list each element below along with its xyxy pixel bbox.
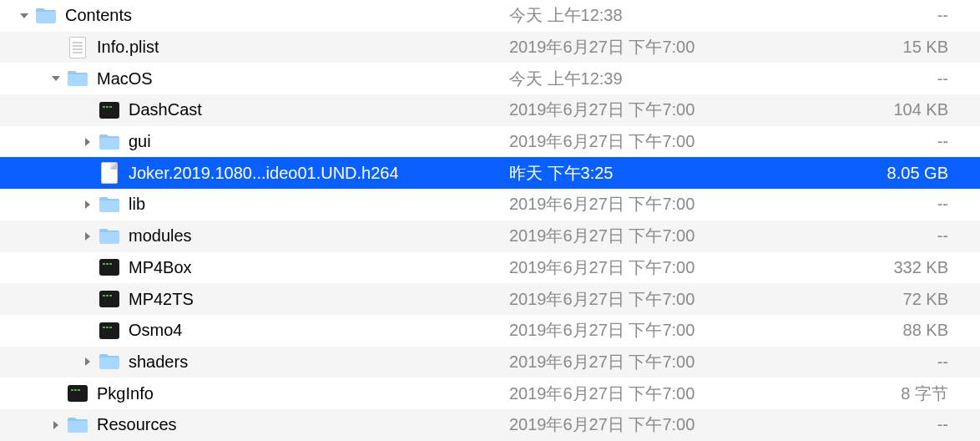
item-name: lib	[129, 195, 145, 214]
list-item[interactable]: Info.plist2019年6月27日 下午7:0015 KB	[0, 32, 980, 63]
executable-icon	[99, 256, 120, 278]
item-name: modules	[129, 226, 192, 246]
name-column: PkgInfo	[0, 383, 509, 404]
executable-icon	[99, 99, 120, 121]
chevron-right-icon[interactable]	[80, 354, 95, 369]
file-size: --	[760, 226, 980, 246]
folder-icon	[99, 351, 120, 373]
file-size: 15 KB	[760, 38, 980, 57]
item-name: Resources	[97, 415, 177, 434]
list-item[interactable]: MP4Box2019年6月27日 下午7:00332 KB	[0, 252, 980, 284]
item-name: DashCast	[129, 100, 202, 119]
name-column: lib	[0, 194, 509, 215]
date-modified: 2019年6月27日 下午7:00	[509, 225, 760, 247]
executable-icon	[67, 383, 88, 404]
name-column: Contents	[0, 5, 509, 27]
chevron-right-icon[interactable]	[80, 197, 95, 212]
file-size: --	[760, 69, 980, 89]
list-item[interactable]: lib2019年6月27日 下午7:00--	[0, 189, 980, 220]
file-size: 8 字节	[760, 383, 980, 405]
file-size: 8.05 GB	[760, 164, 980, 183]
list-item[interactable]: MP42TS2019年6月27日 下午7:0072 KB	[0, 283, 980, 315]
name-column: gui	[0, 131, 509, 153]
name-column: DashCast	[0, 99, 509, 121]
list-item[interactable]: gui2019年6月27日 下午7:00--	[0, 126, 980, 158]
chevron-down-icon[interactable]	[17, 8, 32, 23]
folder-icon	[67, 414, 88, 436]
chevron-right-icon[interactable]	[80, 229, 95, 244]
name-column: shaders	[0, 351, 509, 373]
date-modified: 今天 上午12:39	[509, 68, 760, 90]
list-item[interactable]: modules2019年6月27日 下午7:00--	[0, 220, 980, 252]
name-column: MP42TS	[0, 288, 509, 310]
executable-icon	[99, 320, 120, 342]
date-modified: 2019年6月27日 下午7:00	[509, 256, 760, 279]
plist-icon	[67, 37, 88, 58]
list-item[interactable]: PkgInfo2019年6月27日 下午7:008 字节	[0, 378, 980, 409]
item-name: gui	[129, 132, 151, 151]
date-modified: 2019年6月27日 下午7:00	[509, 383, 760, 405]
file-size: --	[760, 415, 980, 434]
name-column: Info.plist	[0, 37, 509, 58]
name-column: Joker.2019.1080...ideo01.UND.h264	[0, 162, 509, 184]
folder-icon	[99, 226, 120, 247]
list-item[interactable]: Contents今天 上午12:38--	[0, 0, 980, 32]
date-modified: 2019年6月27日 下午7:00	[509, 130, 760, 153]
list-item[interactable]: Osmo42019年6月27日 下午7:0088 KB	[0, 315, 980, 347]
name-column: MacOS	[0, 68, 509, 89]
list-item[interactable]: MacOS今天 上午12:39--	[0, 63, 980, 94]
item-name: MP4Box	[129, 258, 192, 277]
list-item[interactable]: shaders2019年6月27日 下午7:00--	[0, 347, 980, 378]
item-name: MP42TS	[129, 290, 194, 309]
date-modified: 2019年6月27日 下午7:00	[509, 413, 760, 436]
date-modified: 2019年6月27日 下午7:00	[509, 193, 760, 215]
item-name: Osmo4	[129, 321, 182, 340]
date-modified: 2019年6月27日 下午7:00	[509, 351, 760, 373]
date-modified: 2019年6月27日 下午7:00	[509, 36, 760, 58]
chevron-right-icon[interactable]	[80, 134, 95, 150]
name-column: Resources	[0, 414, 509, 436]
file-size: --	[760, 352, 980, 372]
file-size: 88 KB	[760, 321, 980, 340]
chevron-right-icon[interactable]	[48, 418, 63, 433]
chevron-down-icon[interactable]	[48, 71, 63, 86]
file-size: 332 KB	[760, 258, 980, 277]
folder-icon	[35, 5, 57, 27]
item-name: Info.plist	[97, 38, 159, 57]
file-icon	[99, 162, 120, 184]
item-name: PkgInfo	[97, 384, 154, 403]
file-size: --	[760, 132, 980, 151]
date-modified: 今天 上午12:38	[509, 4, 760, 27]
folder-icon	[99, 131, 120, 153]
list-item[interactable]: Joker.2019.1080...ideo01.UND.h264昨天 下午3:…	[0, 157, 980, 189]
folder-icon	[67, 68, 88, 89]
date-modified: 2019年6月27日 下午7:00	[509, 319, 760, 342]
file-size: 72 KB	[760, 290, 980, 309]
file-size: --	[760, 6, 980, 25]
file-size: 104 KB	[760, 100, 980, 119]
name-column: Osmo4	[0, 320, 509, 342]
item-name: Contents	[65, 6, 132, 25]
name-column: modules	[0, 226, 509, 247]
item-name: Joker.2019.1080...ideo01.UND.h264	[129, 164, 399, 183]
list-item[interactable]: Resources2019年6月27日 下午7:00--	[0, 409, 980, 441]
date-modified: 昨天 下午3:25	[509, 162, 760, 185]
file-size: --	[760, 195, 980, 214]
folder-icon	[99, 194, 120, 215]
date-modified: 2019年6月27日 下午7:00	[509, 99, 760, 121]
date-modified: 2019年6月27日 下午7:00	[509, 288, 760, 311]
list-item[interactable]: DashCast2019年6月27日 下午7:00104 KB	[0, 94, 980, 126]
item-name: shaders	[129, 352, 188, 372]
item-name: MacOS	[97, 69, 153, 89]
executable-icon	[99, 288, 120, 310]
finder-list[interactable]: Contents今天 上午12:38--Info.plist2019年6月27日…	[0, 0, 980, 441]
name-column: MP4Box	[0, 256, 509, 278]
